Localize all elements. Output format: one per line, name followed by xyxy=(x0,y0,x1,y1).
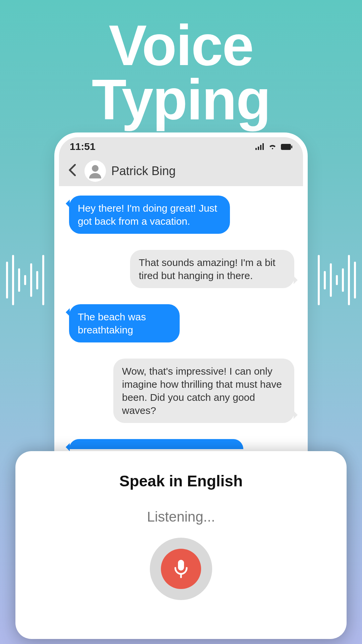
svg-point-6 xyxy=(92,165,99,172)
svg-rect-3 xyxy=(262,143,264,150)
svg-rect-4 xyxy=(281,144,291,150)
chat-header: Patrick Bing xyxy=(59,156,303,186)
promo-title-line1: Voice xyxy=(0,18,362,73)
message-thread[interactable]: Hey there! I'm doing great! Just got bac… xyxy=(59,186,303,449)
phone-mockup: 11:51 Patrick Bing Hey there! I'm doing … xyxy=(54,132,308,501)
cell-signal-icon xyxy=(255,141,264,152)
chevron-left-icon xyxy=(68,164,76,176)
mic-button[interactable] xyxy=(161,549,201,589)
voice-input-status: Listening... xyxy=(15,509,347,525)
microphone-icon xyxy=(173,559,189,579)
voice-input-title: Speak in English xyxy=(15,472,347,490)
status-time: 11:51 xyxy=(70,141,96,152)
svg-rect-0 xyxy=(255,148,257,150)
promo-title-line2: Typing xyxy=(0,73,362,127)
svg-rect-7 xyxy=(178,560,184,571)
voice-input-panel: Speak in English Listening... xyxy=(15,451,347,639)
battery-icon xyxy=(281,141,292,152)
status-icons xyxy=(255,141,292,152)
message-incoming[interactable]: Wow, that's impressive! I can only imagi… xyxy=(113,359,294,423)
message-outgoing[interactable]: The beach was breathtaking xyxy=(69,304,180,342)
person-icon xyxy=(87,163,103,179)
mic-button-container xyxy=(150,538,212,600)
svg-rect-2 xyxy=(260,145,261,150)
message-incoming[interactable]: That sounds amazing! I'm a bit tired but… xyxy=(130,250,294,288)
status-bar: 11:51 xyxy=(59,137,303,156)
svg-rect-1 xyxy=(258,147,259,150)
wifi-icon xyxy=(268,141,277,152)
waveform-decoration-left xyxy=(6,255,44,305)
message-outgoing[interactable]: Hey there! I'm doing great! Just got bac… xyxy=(69,196,230,234)
message-outgoing-partial[interactable] xyxy=(69,439,243,449)
promo-title: Voice Typing xyxy=(0,0,362,127)
svg-rect-5 xyxy=(291,146,292,148)
avatar[interactable] xyxy=(84,160,106,182)
waveform-decoration-right xyxy=(318,255,356,305)
contact-name[interactable]: Patrick Bing xyxy=(111,164,176,178)
back-button[interactable] xyxy=(65,162,79,180)
